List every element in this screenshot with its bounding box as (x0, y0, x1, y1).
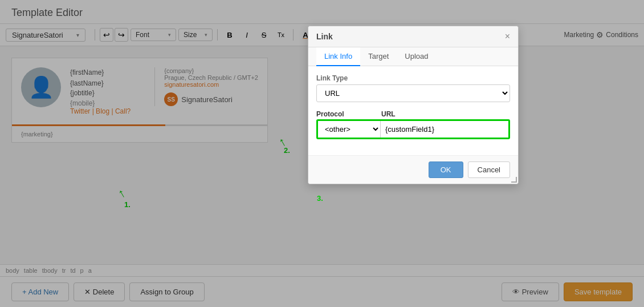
arrow-num-3: 3. (317, 194, 323, 203)
tab-upload[interactable]: Upload (397, 47, 436, 66)
link-type-label: Link Type (316, 74, 510, 82)
dialog-footer: OK Cancel (308, 155, 518, 184)
tab-target[interactable]: Target (360, 47, 397, 66)
ok-button[interactable]: OK (429, 161, 463, 178)
dialog-header: Link × (308, 26, 518, 47)
tab-link-info[interactable]: Link Info (316, 47, 360, 66)
link-type-group: Link Type URL (316, 74, 510, 102)
dialog-close-button[interactable]: × (505, 32, 510, 41)
link-type-select[interactable]: URL (316, 84, 510, 102)
resize-handle[interactable] (511, 177, 518, 184)
cancel-button[interactable]: Cancel (468, 161, 510, 178)
dialog-title: Link (316, 32, 333, 41)
protocol-select[interactable]: <other> (318, 121, 381, 138)
dialog-tabs: Link Info Target Upload (308, 47, 518, 66)
url-row-labels: Protocol URL (316, 110, 510, 118)
protocol-url-group: Protocol URL <other> (316, 110, 510, 139)
url-input[interactable] (381, 121, 508, 138)
protocol-label: Protocol (316, 110, 379, 118)
link-dialog: Link × Link Info Target Upload Link Type… (308, 26, 519, 184)
url-label: URL (381, 110, 510, 118)
protocol-url-row: <other> (316, 119, 510, 139)
dialog-body: Link Type URL Protocol URL <other> (308, 66, 518, 155)
